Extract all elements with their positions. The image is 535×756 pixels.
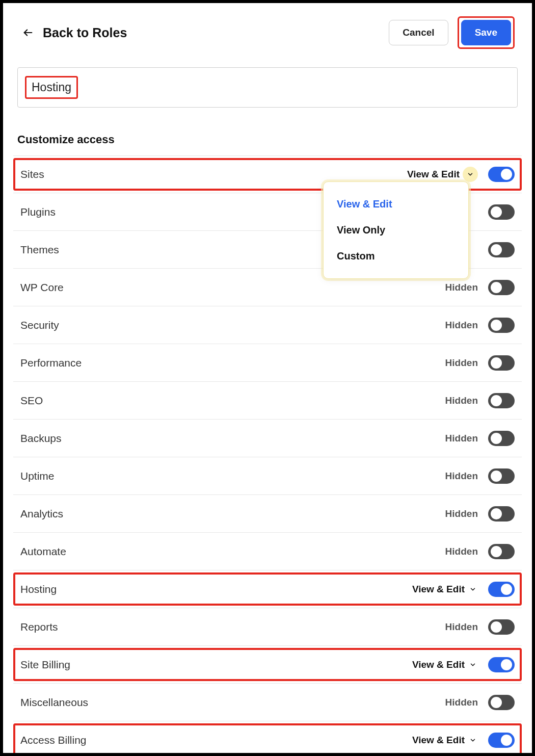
permission-mode-label: View & Edit — [412, 584, 465, 595]
permission-controls — [488, 242, 515, 257]
toggle-knob — [491, 508, 502, 519]
permission-controls: Hidden — [445, 544, 515, 559]
chevron-down-icon — [468, 660, 478, 670]
permission-mode-label: Hidden — [445, 697, 478, 708]
permission-toggle[interactable] — [488, 355, 515, 371]
permission-mode-label: View & Edit — [412, 659, 465, 670]
toggle-knob — [491, 320, 502, 331]
permission-row: UptimeHidden — [13, 457, 522, 495]
permission-row: Site BillingView & Edit — [13, 646, 522, 684]
permission-mode-dropdown[interactable]: View & Edit — [407, 167, 478, 182]
permission-toggle[interactable] — [488, 695, 515, 710]
permission-mode-label: Hidden — [445, 357, 478, 369]
permission-toggle[interactable] — [488, 431, 515, 446]
permission-row: PerformanceHidden — [13, 344, 522, 382]
role-name-input[interactable]: Hosting — [17, 67, 518, 108]
permission-label: Access Billing — [20, 734, 87, 746]
permission-toggle[interactable] — [488, 544, 515, 559]
permission-row: HostingView & Edit — [13, 570, 522, 608]
save-button-highlight: Save — [458, 16, 515, 49]
save-button[interactable]: Save — [461, 20, 511, 45]
permission-row: BackupsHidden — [13, 420, 522, 457]
permission-toggle[interactable] — [488, 280, 515, 295]
permission-controls: Hidden — [445, 355, 515, 371]
permission-mode-menu: View & EditView OnlyCustom — [323, 181, 469, 279]
permission-label: Themes — [20, 244, 59, 256]
permission-mode-dropdown[interactable]: View & Edit — [412, 735, 478, 746]
permission-row: MiscellaneousHidden — [13, 684, 522, 721]
permission-label: Sites — [20, 168, 44, 180]
permission-controls — [488, 204, 515, 220]
permission-toggle[interactable] — [488, 204, 515, 220]
permission-toggle[interactable] — [488, 242, 515, 257]
permission-mode-dropdown[interactable]: View & Edit — [412, 659, 478, 670]
permission-controls: Hidden — [445, 393, 515, 408]
role-name-value: Hosting — [32, 81, 71, 94]
toggle-knob — [501, 584, 512, 595]
arrow-left-icon — [22, 27, 34, 38]
toggle-knob — [501, 735, 512, 746]
permission-label: Uptime — [20, 470, 55, 482]
header-actions: Cancel Save — [389, 16, 515, 49]
back-to-roles[interactable]: Back to Roles — [22, 25, 127, 40]
toggle-knob — [491, 471, 502, 482]
cancel-button[interactable]: Cancel — [389, 20, 448, 45]
toggle-knob — [491, 282, 502, 293]
permission-label: Miscellaneous — [20, 696, 88, 709]
permission-toggle[interactable] — [488, 657, 515, 672]
permission-toggle[interactable] — [488, 582, 515, 597]
permission-toggle[interactable] — [488, 619, 515, 635]
permission-label: Hosting — [20, 583, 57, 595]
permission-controls: Hidden — [445, 695, 515, 710]
permission-mode-option[interactable]: Custom — [324, 243, 468, 269]
permission-row: ReportsHidden — [13, 608, 522, 646]
permission-toggle[interactable] — [488, 318, 515, 333]
permission-mode-label: Hidden — [445, 546, 478, 557]
permission-toggle[interactable] — [488, 167, 515, 182]
back-title: Back to Roles — [43, 25, 127, 40]
permission-mode-option[interactable]: View Only — [324, 217, 468, 243]
permissions-list: SitesView & EditView & EditView OnlyCust… — [13, 155, 522, 756]
permission-label: Performance — [20, 357, 82, 369]
permission-label: WP Core — [20, 281, 64, 294]
permission-mode-label: Hidden — [445, 395, 478, 406]
toggle-knob — [491, 546, 502, 557]
permission-controls: View & Edit — [412, 582, 515, 597]
permission-label: Backups — [20, 432, 62, 445]
chevron-down-icon — [468, 584, 478, 594]
permission-toggle[interactable] — [488, 506, 515, 522]
permission-toggle[interactable] — [488, 733, 515, 748]
toggle-knob — [491, 244, 502, 255]
permission-label: Reports — [20, 621, 58, 633]
permission-mode-label: Hidden — [445, 621, 478, 633]
permission-label: Security — [20, 319, 59, 331]
permission-mode-dropdown[interactable]: View & Edit — [412, 584, 478, 595]
permission-controls: Hidden — [445, 431, 515, 446]
permission-label: Plugins — [20, 206, 56, 218]
page-header: Back to Roles Cancel Save — [13, 16, 522, 49]
permission-label: SEO — [20, 395, 43, 407]
permission-mode-label: View & Edit — [412, 735, 465, 746]
permission-label: Analytics — [20, 508, 63, 520]
toggle-knob — [501, 659, 512, 670]
permission-mode-label: Hidden — [445, 282, 478, 293]
permission-toggle[interactable] — [488, 393, 515, 408]
customize-access-heading: Customize access — [17, 133, 518, 146]
permission-row: Access BillingView & Edit — [13, 721, 522, 756]
permission-row: SecurityHidden — [13, 306, 522, 344]
permission-controls: Hidden — [445, 468, 515, 484]
toggle-knob — [491, 206, 502, 218]
chevron-down-icon — [468, 735, 478, 745]
permission-mode-option[interactable]: View & Edit — [324, 191, 468, 217]
permission-mode-label: View & Edit — [407, 169, 460, 180]
permission-row: SEOHidden — [13, 382, 522, 420]
permission-controls: Hidden — [445, 318, 515, 333]
permission-controls: View & Edit — [412, 657, 515, 672]
permission-row: AnalyticsHidden — [13, 495, 522, 533]
permission-label: Automate — [20, 545, 66, 558]
permission-controls: View & Edit — [407, 167, 515, 182]
permission-row: SitesView & EditView & EditView OnlyCust… — [13, 155, 522, 193]
permission-toggle[interactable] — [488, 468, 515, 484]
permission-mode-label: Hidden — [445, 471, 478, 482]
toggle-knob — [501, 169, 512, 180]
